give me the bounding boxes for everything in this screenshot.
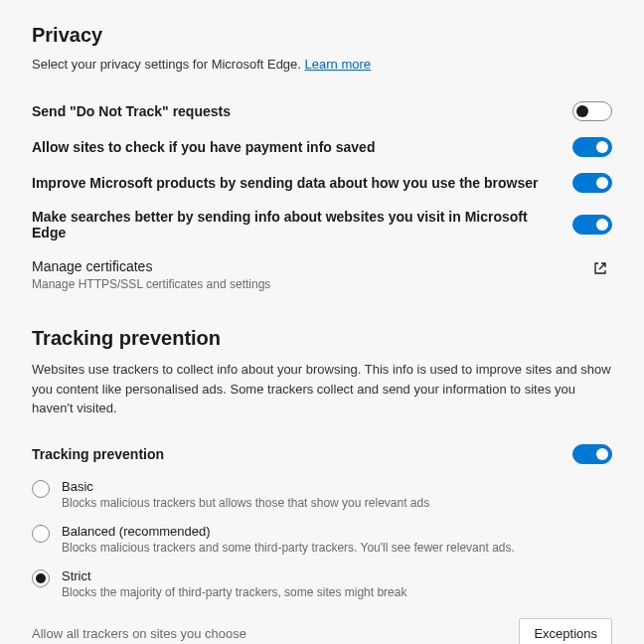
setting-label: Send "Do Not Track" requests: [32, 103, 572, 119]
do-not-track-toggle[interactable]: [572, 101, 612, 121]
setting-label: Improve Microsoft products by sending da…: [32, 175, 572, 191]
search-better-toggle[interactable]: [572, 215, 612, 235]
setting-improve-products: Improve Microsoft products by sending da…: [32, 165, 612, 201]
tracking-toggle-row: Tracking prevention: [32, 436, 612, 472]
exceptions-row: Allow all trackers on sites you choose E…: [32, 618, 612, 645]
exceptions-label: Allow all trackers on sites you choose: [32, 626, 246, 641]
setting-label: Allow sites to check if you have payment…: [32, 139, 572, 155]
tracking-option-balanced[interactable]: Balanced (recommended) Blocks malicious …: [32, 517, 612, 562]
radio-icon: [32, 480, 50, 498]
setting-search-better: Make searches better by sending info abo…: [32, 201, 612, 248]
tracking-prevention-toggle[interactable]: [572, 444, 612, 464]
privacy-intro: Select your privacy settings for Microso…: [32, 57, 612, 72]
radio-label: Strict: [62, 568, 612, 583]
radio-desc: Blocks malicious trackers but allows tho…: [62, 496, 612, 510]
tracking-intro: Websites use trackers to collect info ab…: [32, 360, 612, 418]
radio-desc: Blocks the majority of third-party track…: [62, 585, 612, 599]
tracking-option-basic[interactable]: Basic Blocks malicious trackers but allo…: [32, 472, 612, 517]
setting-do-not-track: Send "Do Not Track" requests: [32, 93, 612, 129]
privacy-heading: Privacy: [32, 24, 612, 47]
improve-products-toggle[interactable]: [572, 173, 612, 193]
tracking-option-strict[interactable]: Strict Blocks the majority of third-part…: [32, 562, 612, 606]
tracking-toggle-label: Tracking prevention: [32, 446, 572, 462]
tracking-heading: Tracking prevention: [32, 327, 612, 350]
manage-certificates-row[interactable]: Manage certificates Manage HTTPS/SSL cer…: [32, 248, 612, 291]
exceptions-button[interactable]: Exceptions: [519, 618, 612, 645]
setting-label: Make searches better by sending info abo…: [32, 209, 572, 241]
payment-check-toggle[interactable]: [572, 137, 612, 157]
radio-icon: [32, 569, 50, 587]
radio-label: Basic: [62, 479, 612, 494]
radio-icon: [32, 525, 50, 543]
manage-certificates-title: Manage certificates: [32, 258, 592, 274]
privacy-intro-text: Select your privacy settings for Microso…: [32, 57, 305, 72]
external-link-icon: [592, 260, 608, 276]
radio-label: Balanced (recommended): [62, 524, 612, 539]
setting-payment-check: Allow sites to check if you have payment…: [32, 129, 612, 165]
manage-certificates-subtitle: Manage HTTPS/SSL certificates and settin…: [32, 277, 592, 291]
learn-more-link[interactable]: Learn more: [305, 57, 371, 72]
radio-desc: Blocks malicious trackers and some third…: [62, 541, 612, 555]
